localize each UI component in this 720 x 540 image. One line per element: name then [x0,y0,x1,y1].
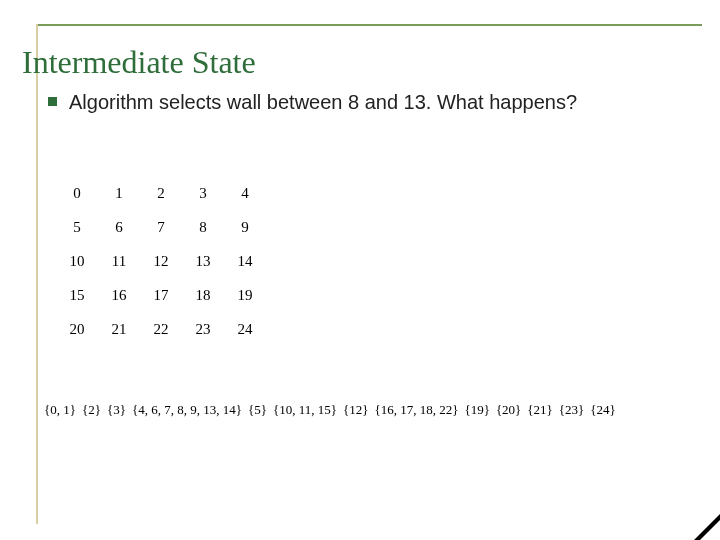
set-item: {2} [82,402,101,417]
maze-cell: 11 [98,244,140,278]
set-item: {21} [527,402,552,417]
maze-cell: 16 [98,278,140,312]
maze-cell: 7 [140,210,182,244]
set-item: {24} [590,402,615,417]
slide-title: Intermediate State [22,44,256,81]
set-item: {3} [107,402,126,417]
maze-cell: 6 [98,210,140,244]
maze-cell: 24 [224,312,266,346]
disjoint-sets: {0, 1}{2}{3}{4, 6, 7, 8, 9, 13, 14}{5}{1… [44,402,700,418]
maze-cell: 1 [98,176,140,210]
maze-cell: 9 [224,210,266,244]
decorative-rule-left [36,24,38,524]
set-item: {5} [248,402,267,417]
maze-cell: 8 [182,210,224,244]
set-item: {16, 17, 18, 22} [374,402,458,417]
square-bullet-icon [48,97,57,106]
maze-cell: 18 [182,278,224,312]
maze-cell: 15 [56,278,98,312]
maze-cell: 19 [224,278,266,312]
set-item: {20} [496,402,521,417]
set-item: {19} [464,402,489,417]
maze-grid: 0123456789101112131415161718192021222324 [56,176,266,346]
bullet-item: Algorithm selects wall between 8 and 13.… [48,90,680,115]
maze-cell: 22 [140,312,182,346]
set-item: {23} [559,402,584,417]
maze-cell: 17 [140,278,182,312]
maze-cell: 12 [140,244,182,278]
set-item: {12} [343,402,368,417]
set-item: {10, 11, 15} [273,402,337,417]
maze-cell: 5 [56,210,98,244]
maze-cell: 14 [224,244,266,278]
maze-table: 0123456789101112131415161718192021222324 [56,176,266,346]
maze-cell: 23 [182,312,224,346]
maze-cell: 2 [140,176,182,210]
maze-cell: 20 [56,312,98,346]
maze-cell: 0 [56,176,98,210]
maze-cell: 4 [224,176,266,210]
bullet-text: Algorithm selects wall between 8 and 13.… [69,90,577,115]
maze-cell: 10 [56,244,98,278]
maze-cell: 13 [182,244,224,278]
maze-cell: 3 [182,176,224,210]
decorative-rule-top [36,24,702,26]
page-curl-icon [694,514,720,540]
set-item: {0, 1} [44,402,76,417]
maze-cell: 21 [98,312,140,346]
set-item: {4, 6, 7, 8, 9, 13, 14} [132,402,242,417]
